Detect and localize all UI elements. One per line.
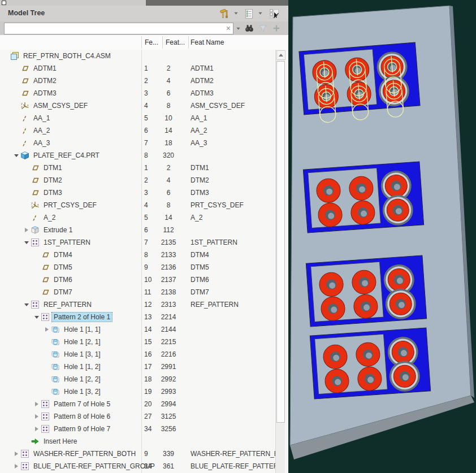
tree-row-label[interactable]: AA_1 [32, 114, 51, 123]
viewport-3d[interactable] [288, 0, 476, 473]
expand-arrow[interactable] [33, 398, 41, 410]
column-header-fe[interactable]: Fe... [145, 38, 158, 46]
tree-row[interactable]: Hole 1 [1, 2]172991 [0, 361, 288, 373]
column-header-feat[interactable]: Feat... [166, 38, 185, 46]
column-divider[interactable] [141, 36, 142, 49]
tree-row-label[interactable]: AA_3 [32, 138, 51, 147]
column-divider[interactable] [188, 36, 189, 49]
search-input[interactable] [6, 24, 217, 33]
tree-row-label[interactable]: Extrude 1 [42, 225, 74, 235]
tree-row-label[interactable]: Hole 1 [1, 1] [62, 325, 102, 334]
tree-row-label[interactable]: Pattern 2 of Hole 1 [52, 313, 112, 322]
tree-row-label[interactable]: REF_PTRN_BOTH_C4.ASM [21, 51, 112, 60]
tree-row[interactable]: Pattern 7 of Hole 5202994 [0, 398, 288, 410]
tree-row[interactable]: WASHER-REF_PATTERN_BOTH9339WASHER-REF_PA… [0, 448, 288, 460]
tree-row-label[interactable]: Hole 1 [3, 1] [62, 350, 102, 359]
column-header-feat-name[interactable]: Feat Name [191, 38, 224, 46]
tree-row-label[interactable]: DTM1 [42, 163, 64, 172]
tree-row-label[interactable]: A_2 [42, 213, 57, 222]
expand-arrow[interactable] [12, 149, 20, 162]
expand-arrow[interactable] [33, 423, 41, 435]
tree-row-label[interactable]: PLATE_REF_C4.PRT [32, 151, 101, 160]
tree-row[interactable]: ADTM224ADTM2 [0, 75, 288, 87]
expand-arrow[interactable] [33, 410, 41, 423]
tree-settings-icon[interactable] [243, 7, 255, 20]
tree-row-label[interactable]: AA_2 [32, 126, 51, 135]
tree-row-label[interactable]: Hole 1 [3, 2] [62, 387, 102, 396]
search-box[interactable]: × [4, 23, 233, 34]
expand-arrow[interactable] [23, 298, 31, 311]
tree-row[interactable]: PLATE_REF_C4.PRT8320 [0, 149, 288, 162]
panel-tab[interactable] [0, 0, 146, 6]
expand-arrow[interactable] [12, 448, 20, 460]
tree-row-label[interactable]: ADTM3 [32, 89, 58, 98]
clear-search-icon[interactable]: × [226, 24, 231, 33]
tree-row-label[interactable]: DTM2 [42, 176, 64, 185]
tree-row[interactable]: DTM112DTM1 [0, 162, 288, 174]
tree-row[interactable]: Extrude 16112 [0, 224, 288, 236]
tree-row[interactable]: Hole 1 [3, 2]192993 [0, 385, 288, 398]
tree-row-label[interactable]: DTM6 [52, 275, 74, 284]
tree-row-label[interactable]: DTM5 [52, 263, 74, 272]
scroll-up-button[interactable] [276, 50, 285, 60]
search-dropdown-caret[interactable] [236, 27, 241, 31]
tree-row[interactable]: Hole 1 [3, 1]162216 [0, 348, 288, 361]
tree-row-label[interactable]: ADTM2 [32, 76, 58, 85]
add-filter-plus-icon[interactable] [271, 23, 282, 34]
tree-row[interactable]: DTM336DTM3 [0, 186, 288, 199]
tree-row[interactable]: DTM592136DTM5 [0, 261, 288, 274]
expand-arrow[interactable] [23, 236, 31, 249]
tree-row-label[interactable]: DTM3 [42, 188, 64, 197]
tree-row[interactable]: Pattern 2 of Hole 1132214 [0, 311, 288, 323]
tree-row-label[interactable]: Pattern 9 of Hole 7 [52, 424, 112, 433]
tree-row-label[interactable]: 1ST_PATTERN [42, 238, 92, 247]
tree-row[interactable]: Hole 1 [1, 1]142144 [0, 323, 288, 336]
tree-row[interactable]: Hole 1 [2, 2]182992 [0, 373, 288, 385]
blue-plate-with-washers[interactable] [306, 255, 426, 327]
show-items-icon[interactable] [268, 7, 280, 20]
tree-row[interactable]: Insert Here [0, 435, 288, 448]
tools-icon[interactable] [218, 7, 231, 20]
settings-dropdown-caret[interactable] [258, 11, 263, 16]
tree-row[interactable]: BLUE_PLATE-REF_PATTERN_GROUP34361BLUE_PL… [0, 460, 288, 472]
tree-row-label[interactable]: Hole 1 [1, 2] [62, 362, 102, 371]
tree-row[interactable]: REF_PTRN_BOTH_C4.ASM [0, 50, 288, 62]
tree-row-label[interactable]: Pattern 8 of Hole 6 [52, 412, 112, 421]
tree-row[interactable]: DTM224DTM2 [0, 174, 288, 186]
tree-row[interactable]: ADTM112ADTM1 [0, 62, 288, 75]
tree-row-label[interactable]: DTM7 [52, 288, 74, 297]
expand-arrow[interactable] [12, 460, 20, 472]
tree-row[interactable]: yzxPRT_CSYS_DEF48PRT_CSYS_DEF [0, 199, 288, 211]
tree-row[interactable]: AA_3718AA_3 [0, 137, 288, 149]
tree-row-label[interactable]: Hole 1 [2, 2] [62, 375, 102, 384]
tools-dropdown-caret[interactable] [233, 11, 239, 16]
tree-row-label[interactable]: PRT_CSYS_DEF [42, 201, 98, 210]
tree-row-label[interactable]: REF_PATTERN [42, 300, 93, 309]
tree-row[interactable]: REF_PATTERN122313REF_PATTERN [0, 298, 288, 311]
tree-row-label[interactable]: ASM_CSYS_DEF [32, 101, 89, 110]
column-divider[interactable] [162, 36, 163, 49]
tree-row-label[interactable]: Insert Here [42, 437, 79, 446]
tree-row[interactable]: Pattern 9 of Hole 7343256 [0, 423, 288, 435]
tree-row[interactable]: yzxASM_CSYS_DEF48ASM_CSYS_DEF [0, 99, 288, 112]
tree-row[interactable]: Hole 1 [2, 1]152215 [0, 336, 288, 348]
tree-row-label[interactable]: BLUE_PLATE-REF_PATTERN_GROUP [32, 462, 157, 471]
blue-plate-with-washers[interactable] [303, 162, 423, 233]
tree-row-label[interactable]: WASHER-REF_PATTERN_BOTH [32, 449, 137, 458]
tree-row[interactable]: DTM6102137DTM6 [0, 274, 288, 286]
tree-row-label[interactable]: ADTM1 [32, 64, 58, 73]
tree-row[interactable]: 1ST_PATTERN721351ST_PATTERN [0, 236, 288, 249]
vertical-scrollbar[interactable] [275, 50, 285, 473]
tree-row[interactable]: DTM7112138DTM7 [0, 286, 288, 298]
expand-arrow[interactable] [43, 323, 51, 336]
tree-row-label[interactable]: DTM4 [52, 250, 74, 259]
tree-row[interactable]: AA_2614AA_2 [0, 124, 288, 137]
expand-arrow[interactable] [23, 224, 31, 236]
find-binoculars-icon[interactable] [244, 23, 255, 34]
tree-row-label[interactable]: Pattern 7 of Hole 5 [52, 400, 112, 409]
tree-row[interactable]: DTM482133DTM4 [0, 249, 288, 261]
blue-plate-with-washers[interactable] [310, 328, 430, 399]
tree-row[interactable]: ADTM336ADTM3 [0, 87, 288, 99]
scrollbar-thumb[interactable] [276, 61, 285, 423]
graphics-area[interactable] [288, 0, 476, 473]
